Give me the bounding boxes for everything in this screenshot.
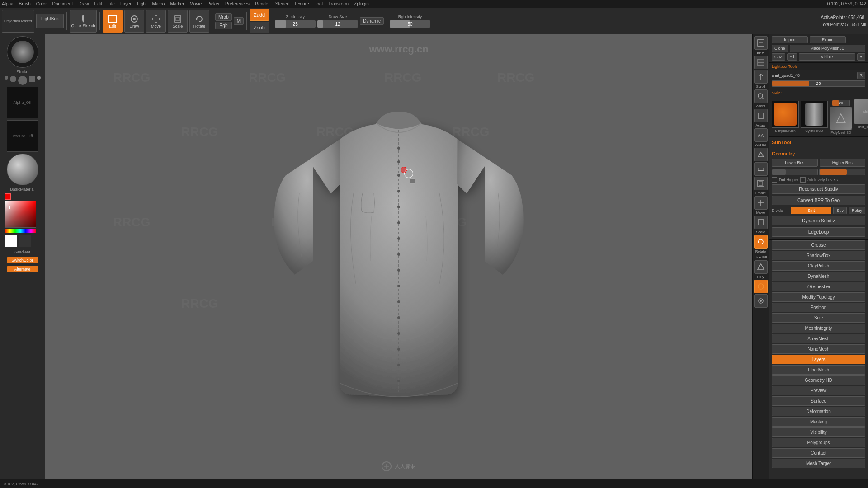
texture-box[interactable]: Texture_Off <box>7 120 38 152</box>
stroke-dot-2[interactable] <box>10 76 16 82</box>
convert-bpr-button[interactable]: Convert BPR To Geo <box>772 196 865 205</box>
lower-slider[interactable] <box>772 169 818 175</box>
preview-button[interactable]: Preview <box>772 386 865 395</box>
additively-checkbox[interactable] <box>800 177 806 183</box>
visible-button[interactable]: Visible <box>799 53 855 61</box>
mrgb-button[interactable]: Mrgb <box>215 13 232 21</box>
menu-stencil[interactable]: Stencil <box>275 1 289 6</box>
polymesh-slider[interactable]: 20 <box>832 100 850 106</box>
color-indicator[interactable] <box>5 193 11 200</box>
menu-draw[interactable]: Draw <box>78 1 89 6</box>
zadd-button[interactable]: Zadd <box>250 9 269 21</box>
reconstruct-subdiv-button[interactable]: Reconstruct Subdiv <box>772 184 865 194</box>
menu-preferences[interactable]: Preferences <box>225 1 250 6</box>
deformation-button[interactable]: Deformation <box>772 407 865 416</box>
dynamic-button[interactable]: Dynamic <box>360 17 384 25</box>
export-button[interactable]: Export <box>810 36 846 43</box>
menu-zplugin[interactable]: Zplugin <box>354 1 369 6</box>
fibermesh-button[interactable]: FiberMesh <box>772 365 865 375</box>
masking-button[interactable]: Masking <box>772 417 865 427</box>
crease-button[interactable]: Crease <box>772 240 865 250</box>
shirt-quad-slider[interactable]: 20 <box>772 80 865 87</box>
dynamesh-button[interactable]: DynaMesh <box>772 272 865 281</box>
surface-button[interactable]: Surface <box>772 396 865 406</box>
rotate-button[interactable]: Rotate <box>189 10 209 33</box>
material-sphere[interactable] <box>7 154 38 185</box>
alpha-box[interactable]: Alpha_Off <box>7 87 38 118</box>
claypolish-button[interactable]: ClayPolish <box>772 261 865 271</box>
alternate-button[interactable]: Alternate <box>7 266 38 272</box>
arraymesh-button[interactable]: ArrayMesh <box>772 334 865 343</box>
polymesh3d-thumbnail[interactable] <box>830 107 852 130</box>
menu-picker[interactable]: Picker <box>207 1 220 6</box>
stroke-dot-3[interactable] <box>18 76 27 85</box>
r-button[interactable]: R <box>857 53 866 61</box>
color-square[interactable] <box>5 201 36 228</box>
color-hue-bar[interactable] <box>5 229 36 233</box>
rgb-button[interactable]: Rgb <box>215 22 232 29</box>
zsub-button[interactable]: Zsub <box>250 22 269 33</box>
layers-button[interactable]: Layers <box>772 355 865 364</box>
geometry-hd-button[interactable]: Geometry HD <box>772 375 865 385</box>
lower-res-button[interactable]: Lower Res <box>772 159 818 167</box>
rgb-intensity-slider[interactable]: 50 <box>390 20 430 28</box>
poly-button[interactable] <box>754 260 768 274</box>
cylinder3d-thumbnail[interactable] <box>801 101 828 128</box>
solo-button[interactable] <box>754 280 768 293</box>
switch-color-button[interactable]: SwitchColor <box>7 257 38 263</box>
zremesher-button[interactable]: ZRemesher <box>772 282 865 291</box>
m-button[interactable]: M <box>234 17 244 25</box>
projection-master-button[interactable]: Projection Master <box>2 10 34 33</box>
mesh-target-button[interactable]: Mesh Target <box>772 459 865 468</box>
stroke-square-1[interactable] <box>29 76 35 82</box>
move-vtool-button[interactable] <box>754 196 768 210</box>
higher-res-button[interactable]: Higher Res <box>820 159 866 167</box>
dynamic-subdiv-button[interactable]: Dynamic Subdiv <box>772 216 865 225</box>
edgeloop-button[interactable]: EdgeLoop <box>772 227 865 237</box>
draw-size-slider[interactable]: 12 <box>317 20 358 28</box>
draw-button[interactable]: Draw <box>124 10 144 33</box>
menu-render[interactable]: Render <box>255 1 270 6</box>
stroke-dot-4[interactable] <box>37 76 41 80</box>
floor-button[interactable] <box>754 162 768 176</box>
swatch-white[interactable] <box>5 235 17 247</box>
viewport[interactable]: www.rrcg.cn RRCG RRCG RRCG RRCG RRCG RRC… <box>45 34 752 479</box>
snap-button[interactable] <box>754 294 768 308</box>
make-polymesh-button[interactable]: Make PolyMesh3D <box>790 45 865 52</box>
nanomesh-button[interactable]: NanoMesh <box>772 344 865 354</box>
contact-button[interactable]: Contact <box>772 448 865 458</box>
swatch-dark[interactable] <box>19 235 31 247</box>
import-button[interactable]: Import <box>772 36 808 43</box>
scroll-button[interactable] <box>754 70 768 84</box>
menu-movie[interactable]: Movie <box>190 1 202 6</box>
zoom-button[interactable] <box>754 89 768 103</box>
menu-alpha[interactable]: Alpha <box>2 1 14 6</box>
z-intensity-slider[interactable]: 25 <box>275 20 316 28</box>
spix-button[interactable] <box>754 56 768 69</box>
actual-button[interactable] <box>754 109 768 122</box>
menu-tool[interactable]: Tool <box>315 1 323 6</box>
edit-button[interactable]: Edit <box>103 10 123 33</box>
bpr-button[interactable] <box>754 36 768 50</box>
menu-file[interactable]: File <box>108 1 115 6</box>
frame-button[interactable] <box>754 177 768 190</box>
menu-color[interactable]: Color <box>36 1 47 6</box>
aahat-button[interactable]: AA <box>754 128 768 142</box>
shirt-thumbnail[interactable]: shirt <box>854 99 868 124</box>
menu-marker[interactable]: Marker <box>170 1 184 6</box>
position-button[interactable]: Position <box>772 303 865 312</box>
visibility-button[interactable]: Visibility <box>772 427 865 437</box>
polygroups-button[interactable]: Polygroups <box>772 438 865 447</box>
all-button[interactable]: All <box>787 53 797 61</box>
menu-brush[interactable]: Brush <box>19 1 31 6</box>
subtool-header[interactable]: SubTool <box>772 139 865 146</box>
brush-preview[interactable] <box>7 36 38 68</box>
modify-topology-button[interactable]: Modify Topology <box>772 292 865 302</box>
clone-button[interactable]: Clone <box>772 45 788 52</box>
dot-higher-checkbox[interactable] <box>772 177 777 183</box>
goz-button[interactable]: GoZ <box>772 53 785 61</box>
shadowbox-button[interactable]: ShadowBox <box>772 251 865 260</box>
scale-button[interactable]: Scale <box>168 10 188 33</box>
move-button[interactable]: Move <box>146 10 166 33</box>
menu-transform[interactable]: Transform <box>328 1 349 6</box>
